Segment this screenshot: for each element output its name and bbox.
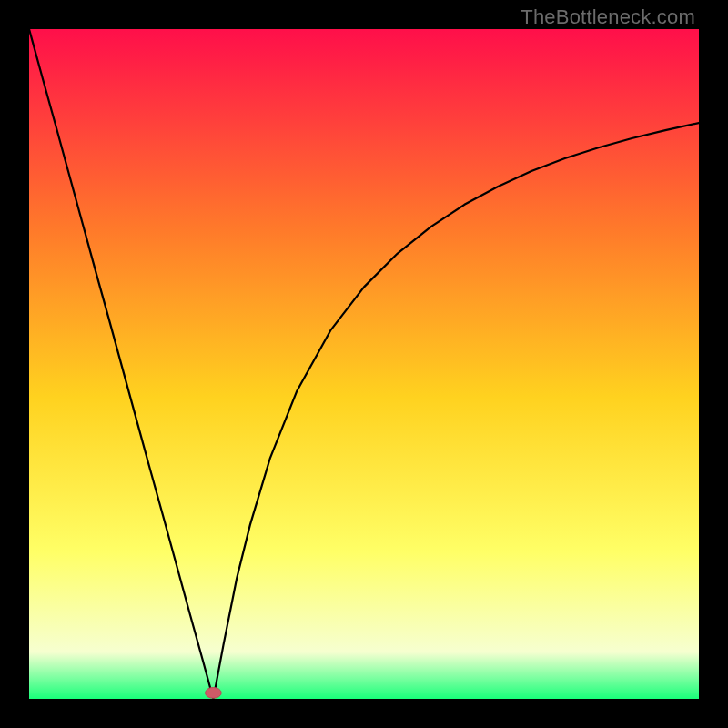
chart-frame: TheBottleneck.com — [0, 0, 728, 728]
watermark-text: TheBottleneck.com — [521, 5, 695, 29]
optimum-marker — [206, 687, 222, 698]
gradient-background — [29, 29, 699, 699]
plot-area — [29, 29, 699, 699]
chart-svg — [29, 29, 699, 699]
